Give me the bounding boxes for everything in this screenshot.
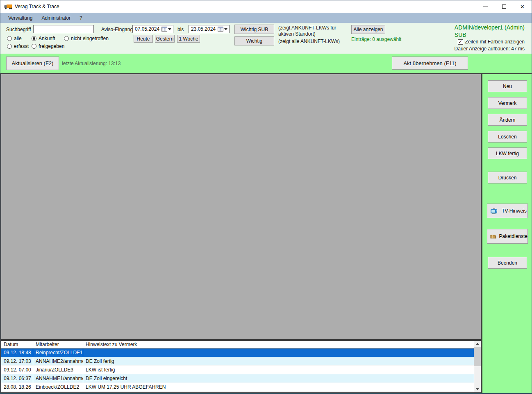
radio-circle — [32, 36, 36, 41]
menu-verwaltung[interactable]: Verwaltung — [4, 13, 37, 23]
close-button[interactable]: ✕ — [513, 0, 532, 13]
date-to-value: 23.05.2024 — [191, 26, 218, 32]
eintraege-status: Einträge: 0 ausgewählt — [351, 36, 401, 43]
scroll-down-icon — [476, 388, 479, 390]
wichtig-note: (zeigt alle ANKUNFT-LKWs) — [278, 38, 340, 45]
farben-checkbox-row[interactable]: ✓ Zeilen mit Farben anzeigen — [458, 39, 525, 45]
radio-freigegeben[interactable]: freigegeben — [32, 43, 64, 49]
menu-help[interactable]: ? — [75, 13, 87, 23]
main-column: Datum Mitarbeiter Hinweistext zu Vermerk… — [0, 73, 482, 393]
table-row[interactable]: 09.12. 07:00 Jinariu/ZOLLDE3 LKW ist fer… — [1, 366, 474, 374]
akt-uebernehmen-button[interactable]: Akt übernehmen (F11) — [392, 57, 468, 70]
cell-datum: 09.12. 17:03 — [1, 357, 33, 365]
cell-mitarbeiter: ANNAHME1/annahme1 — [33, 374, 83, 383]
chevron-down-icon — [168, 28, 171, 30]
radio-erfasst[interactable]: erfasst — [7, 43, 29, 49]
gestern-button[interactable]: Gestern — [155, 35, 175, 43]
vermerk-button[interactable]: Vermerk — [488, 97, 527, 109]
cell-datum: 09.12. 06:37 — [1, 374, 33, 383]
radio-label: nicht eingetroffen — [71, 36, 109, 41]
wichtig-button[interactable]: Wichtig — [234, 36, 274, 45]
wichtig-sub-button[interactable]: Wichtig SUB — [234, 25, 274, 34]
dauer-text: Dauer Anzeige aufbauen: 47 ms — [455, 46, 525, 52]
action-bar: Aktualisieren (F2) letzte Aktualisierung… — [0, 54, 532, 73]
calendar-icon — [218, 27, 223, 32]
scrollbar-thumb[interactable] — [474, 347, 481, 366]
cell-hinweis: DE Zoll eingereicht — [83, 374, 474, 383]
notes-table: Datum Mitarbeiter Hinweistext zu Vermerk… — [1, 341, 474, 392]
cell-datum: 09.12. 07:00 — [1, 366, 33, 374]
cell-hinweis — [83, 349, 474, 357]
cell-hinweis: LKW ist fertig — [83, 366, 474, 374]
table-row[interactable]: 09.12. 17:03 ANNAHME2/annahme2 DE Zoll f… — [1, 357, 474, 366]
cell-hinweis: LKW UM 17,25 UHR ABGEFAHREN — [83, 383, 474, 391]
notes-table-frame: Datum Mitarbeiter Hinweistext zu Vermerk… — [0, 340, 482, 393]
bis-label: bis — [177, 27, 184, 32]
paketdienste-button[interactable]: Paketdienste — [487, 229, 528, 244]
last-refresh-text: letzte Aktualisierung: 13:13 — [62, 61, 120, 66]
loeschen-button[interactable]: Löschen — [488, 131, 527, 143]
window-controls: ✕ — [476, 0, 532, 13]
package-icon — [490, 233, 497, 240]
col-hinweistext[interactable]: Hinweistext zu Vermerk — [83, 341, 474, 348]
user-sub: SUB — [455, 31, 525, 38]
cell-mitarbeiter: Reinprecht/ZOLLDE1 — [33, 349, 83, 357]
heute-button[interactable]: Heute — [134, 35, 153, 43]
aktualisieren-button[interactable]: Aktualisieren (F2) — [6, 57, 59, 70]
radio-circle — [7, 36, 12, 41]
tv-icon — [490, 208, 498, 215]
lkw-fertig-button[interactable]: LKW fertig — [488, 147, 527, 159]
sidebar: Neu Vermerk Ändern Löschen LKW fertig Dr… — [482, 73, 532, 393]
radio-circle — [64, 36, 69, 41]
maximize-icon — [502, 5, 506, 9]
radio-alle[interactable]: alle — [7, 36, 22, 41]
maximize-button[interactable] — [495, 0, 513, 13]
drucken-button[interactable]: Drucken — [488, 172, 527, 183]
aviso-label: Aviso-Eingang — [101, 27, 133, 32]
eine-woche-button[interactable]: 1 Woche — [177, 35, 200, 43]
user-name: ADMIN/developer1 (Admin) — [455, 24, 525, 31]
close-icon: ✕ — [520, 4, 525, 10]
table-row[interactable]: 09.12. 06:37 ANNAHME1/annahme1 DE Zoll e… — [1, 374, 474, 383]
cell-mitarbeiter: Einboeck/ZOLLDE2 — [33, 383, 83, 391]
cell-mitarbeiter: Jinariu/ZOLLDE3 — [33, 366, 83, 374]
calendar-icon — [161, 27, 167, 32]
truck-icon — [4, 4, 12, 10]
tv-hinweis-button[interactable]: TV-Hinweis — [487, 204, 528, 218]
window-title: Verag Track & Trace — [15, 4, 59, 9]
table-row[interactable]: 09.12. 18:48 Reinprecht/ZOLLDE1 — [1, 349, 474, 357]
beenden-button[interactable]: Beenden — [488, 257, 527, 269]
radio-nicht-eingetroffen[interactable]: nicht eingetroffen — [64, 36, 109, 41]
scroll-up-button[interactable] — [474, 341, 481, 347]
neu-button[interactable]: Neu — [488, 80, 527, 92]
results-grid-empty[interactable] — [0, 73, 482, 340]
wichtig-sub-note: (zeigt ANKUNFT-LKWs für aktiven Standort… — [278, 25, 351, 37]
menu-administrator[interactable]: Administrator — [37, 13, 75, 23]
chevron-down-icon — [224, 28, 227, 30]
filter-panel: Suchbegriff alle erfasst Ankunft freigeg… — [0, 23, 532, 54]
date-from-value: 07.05.2024 — [135, 26, 161, 32]
cell-hinweis: DE Zoll fertig — [83, 357, 474, 365]
col-datum[interactable]: Datum — [1, 341, 33, 348]
minimize-button[interactable] — [476, 0, 495, 13]
table-header: Datum Mitarbeiter Hinweistext zu Vermerk — [1, 341, 474, 349]
date-from-picker[interactable]: 07.05.2024 — [132, 25, 173, 33]
title-bar: Verag Track & Trace ✕ — [0, 0, 532, 13]
radio-label: alle — [14, 36, 22, 41]
alle-anzeigen-button[interactable]: Alle anzeigen — [351, 25, 385, 34]
table-row[interactable]: 28.08. 18:26 Einboeck/ZOLLDE2 LKW UM 17,… — [1, 383, 474, 392]
aendern-button[interactable]: Ändern — [488, 114, 527, 126]
menu-bar: Verwaltung Administrator ? — [0, 13, 532, 23]
user-info: ADMIN/developer1 (Admin) SUB — [455, 24, 525, 38]
search-input[interactable] — [33, 25, 94, 33]
scroll-down-button[interactable] — [474, 386, 481, 392]
col-mitarbeiter[interactable]: Mitarbeiter — [33, 341, 83, 348]
checkbox-checked-icon[interactable]: ✓ — [458, 39, 463, 45]
tv-hinweis-label: TV-Hinweis — [501, 208, 527, 214]
app-window: Verag Track & Trace ✕ Verwaltung Adminis… — [0, 0, 532, 394]
date-to-picker[interactable]: 23.05.2024 — [189, 25, 230, 33]
radio-ankunft[interactable]: Ankunft — [32, 36, 55, 41]
radio-label: Ankunft — [39, 36, 55, 41]
cell-datum: 28.08. 18:26 — [1, 383, 33, 391]
table-scrollbar[interactable] — [474, 341, 481, 392]
